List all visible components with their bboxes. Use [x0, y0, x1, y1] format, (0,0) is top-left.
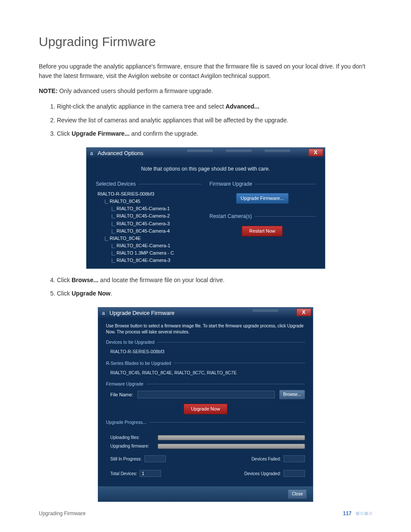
- advanced-options-dialog: a Advanced Options X Note that options o…: [86, 147, 325, 269]
- dialog-titlebar[interactable]: a Advanced Options X: [87, 148, 325, 159]
- uploading-files-label: Uploading files:: [110, 434, 153, 441]
- tree-node[interactable]: |_RIALTO_8C45-Camera-4: [112, 227, 202, 235]
- rseries-blades-title: R-Series Blades to be Upgraded: [106, 360, 305, 367]
- restart-cameras-title: Restart Camera(s): [209, 212, 315, 221]
- rseries-blades-value: RIALTO_8C45, RIALTO_8C4E, RIALTO_8C7C, R…: [106, 369, 305, 376]
- dialog-title: Upgrade Device Firmware: [109, 309, 174, 317]
- upgrading-firmware-label: Upgrading firmware:: [110, 443, 153, 450]
- step-1: Right-click the analytic appliance in th…: [57, 102, 372, 112]
- app-icon: a: [100, 310, 107, 317]
- restart-now-button[interactable]: Restart Now: [242, 226, 283, 236]
- tree-node[interactable]: |_RIALTO_8C45-Camera-1: [112, 205, 202, 212]
- step-4: Click Browse... and locate the firmware …: [57, 276, 372, 285]
- instruction-text: Use Browse button to select a firmware i…: [106, 323, 305, 335]
- devices-to-upgrade-title: Devices to be Upgraded: [106, 339, 305, 345]
- upgrade-progress-title: Upgrade Progress...: [106, 419, 305, 426]
- tree-node[interactable]: |_RIALTO_8C45-Camera-3: [112, 220, 202, 227]
- page-heading: Upgrading Firmware: [39, 34, 372, 49]
- step-5: Click Upgrade Now.: [57, 289, 372, 299]
- browse-button[interactable]: Browse...: [279, 390, 305, 399]
- footer-section-title: Upgrading Firmware: [39, 510, 86, 516]
- firmware-upgrade-title: Firmware Upgrade: [106, 380, 305, 387]
- total-devices-value: 1: [140, 470, 161, 477]
- page-footer: Upgrading Firmware 117: [39, 510, 372, 516]
- note-label: NOTE:: [39, 87, 58, 94]
- upgrade-device-firmware-dialog: a Upgrade Device Firmware X Use Browse b…: [98, 307, 313, 502]
- tree-node[interactable]: |_RIALTO_8C4E: [105, 235, 202, 242]
- tree-node[interactable]: |_RIALTO_8C45-Camera-2: [112, 212, 202, 220]
- file-name-input[interactable]: [137, 391, 275, 398]
- intro-paragraph: Before you upgrade the analytic applianc…: [39, 62, 372, 81]
- upgrade-firmware-button[interactable]: Upgrade Firmware...: [236, 193, 289, 204]
- devices-failed-value: [283, 455, 305, 462]
- selected-devices-title: Selected Devices: [96, 180, 202, 188]
- app-icon: a: [88, 150, 95, 157]
- window-close-button[interactable]: X: [296, 308, 311, 316]
- tree-node[interactable]: |_RIALTO_8C45: [105, 198, 202, 205]
- step-3: Click Upgrade Firmware... and confirm th…: [57, 129, 372, 139]
- tree-node-root[interactable]: RIALTO-R-SERIES-008bf3: [98, 190, 202, 198]
- tree-node[interactable]: |_RIALTO 1.3MP Camera - C: [112, 249, 202, 257]
- dialog-title: Advanced Options: [98, 149, 143, 158]
- upgrade-now-button[interactable]: Upgrade Now: [184, 404, 227, 414]
- dialog-care-note: Note that options on this page should be…: [96, 165, 315, 173]
- devices-upgraded-value: [283, 470, 305, 477]
- note-text: Only advanced users should perform a fir…: [58, 87, 213, 94]
- page-number: 117: [343, 510, 352, 516]
- total-devices-label: Total Devices:: [110, 470, 137, 477]
- firmware-upgrade-title: Firmware Upgrade: [209, 180, 315, 188]
- ghost-decoration: [187, 149, 290, 152]
- tree-node[interactable]: |_RIALTO_8C4E-Camera-3: [112, 257, 202, 264]
- devices-upgraded-label: Devices Upgraded:: [244, 470, 281, 477]
- still-in-progress-value: [144, 455, 166, 462]
- step-2: Review the list of cameras and analytic …: [57, 116, 372, 125]
- tree-node[interactable]: |_RIALTO_8C4E-Camera-1: [112, 242, 202, 249]
- dialog-titlebar[interactable]: a Upgrade Device Firmware X: [98, 308, 313, 319]
- ghost-decoration: [252, 309, 278, 312]
- upgrading-firmware-progress: [158, 444, 305, 449]
- devices-failed-label: Devices Failed:: [252, 456, 281, 463]
- devices-to-upgrade-value: RIALTO-R-SERIES-008bf3: [106, 348, 305, 355]
- uploading-files-progress: [158, 435, 305, 440]
- window-close-button[interactable]: X: [308, 149, 323, 156]
- device-tree[interactable]: RIALTO-R-SERIES-008bf3 |_RIALTO_8C45 |_R…: [98, 190, 202, 264]
- note-paragraph: NOTE: Only advanced users should perform…: [39, 87, 372, 96]
- still-in-progress-label: Still In Progress:: [110, 456, 142, 463]
- close-button[interactable]: Close: [288, 489, 307, 499]
- file-name-label: File Name:: [110, 391, 133, 398]
- footer-squares-icon: [356, 512, 372, 515]
